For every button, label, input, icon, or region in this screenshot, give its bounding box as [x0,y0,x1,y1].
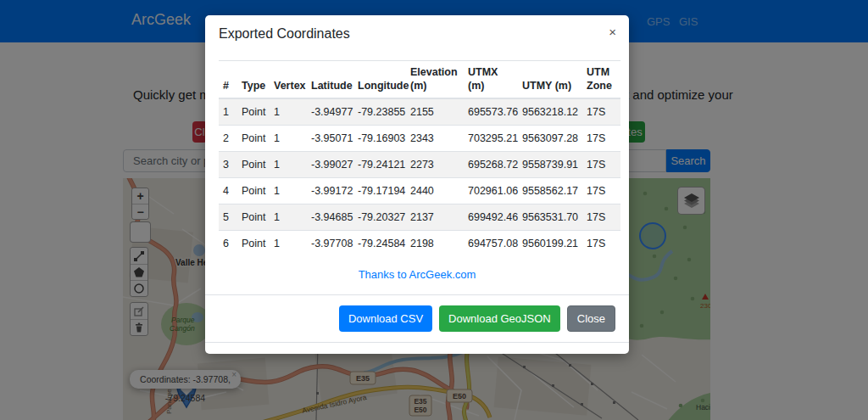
close-button[interactable]: Close [567,305,615,332]
table-cell: 9563531.70 [518,204,582,231]
modal-footer: Download CSV Download GeoJSON Close [205,294,629,343]
table-cell: 2273 [406,152,464,178]
table-cell: 695573.76 [464,98,518,126]
table-row: 6Point1-3.97708-79.245842198694757.08956… [219,231,620,257]
modal-bottom-strip [205,343,629,354]
table-cell: Point [237,231,270,257]
table-cell: 1 [219,98,237,126]
coordinates-table: #TypeVertexLatitudeLongitudeElevation (m… [219,60,620,256]
table-cell: -79.24121 [353,152,406,178]
table-row: 4Point1-3.99172-79.171942440702961.06955… [219,178,620,204]
table-header-cell: UTMX (m) [464,61,518,99]
table-cell: -3.99027 [307,152,353,178]
table-row: 5Point1-3.94685-79.203272137699492.46956… [219,204,620,231]
table-cell: 2343 [406,126,464,152]
table-cell: 694757.08 [464,231,518,257]
table-cell: Point [237,152,270,178]
table-cell: 1 [270,204,307,231]
table-cell: 1 [270,126,307,152]
table-header-cell: UTMY (m) [518,61,582,99]
table-cell: 17S [582,204,620,231]
table-header-cell: Type [237,61,270,99]
table-header-cell: UTM Zone [582,61,620,99]
download-csv-button[interactable]: Download CSV [339,305,432,332]
table-cell: -79.17194 [353,178,406,204]
table-cell: 2137 [406,204,464,231]
table-cell: -3.99172 [307,178,353,204]
table-cell: 17S [582,98,620,126]
table-cell: -3.94977 [307,98,353,126]
table-cell: 17S [582,126,620,152]
table-cell: -79.24584 [353,231,406,257]
table-cell: 3 [219,152,237,178]
arcgeek-link[interactable]: Thanks to ArcGeek.com [359,268,476,281]
table-header-cell: Vertex [270,61,307,99]
table-cell: 703295.21 [464,126,518,152]
download-geojson-button[interactable]: Download GeoJSON [439,305,560,332]
thanks-line: Thanks to ArcGeek.com [219,268,615,281]
table-cell: Point [237,204,270,231]
table-cell: 1 [270,178,307,204]
modal-title: Exported Coordinates [219,26,350,41]
table-cell: 1 [270,152,307,178]
table-row: 3Point1-3.99027-79.241212273695268.72955… [219,152,620,178]
table-cell: 9560199.21 [518,231,582,257]
table-cell: 2155 [406,98,464,126]
table-cell: 2 [219,126,237,152]
table-cell: -79.16903 [353,126,406,152]
table-cell: 9563097.28 [518,126,582,152]
exported-coordinates-modal: Exported Coordinates × #TypeVertexLatitu… [205,15,629,354]
table-cell: 2198 [406,231,464,257]
table-cell: 4 [219,178,237,204]
table-cell: -3.94685 [307,204,353,231]
modal-header: Exported Coordinates × [205,15,629,50]
table-cell: 1 [270,98,307,126]
table-cell: 17S [582,152,620,178]
table-cell: 702961.06 [464,178,518,204]
table-cell: -79.23855 [353,98,406,126]
table-cell: 9563218.12 [518,98,582,126]
table-header-cell: Elevation (m) [406,61,464,99]
table-header-cell: # [219,61,237,99]
table-cell: 17S [582,178,620,204]
table-row: 1Point1-3.94977-79.238552155695573.76956… [219,98,620,126]
table-row: 2Point1-3.95071-79.169032343703295.21956… [219,126,620,152]
table-cell: -3.97708 [307,231,353,257]
table-cell: 17S [582,231,620,257]
table-cell: 2440 [406,178,464,204]
modal-body: #TypeVertexLatitudeLongitudeElevation (m… [205,60,629,281]
table-cell: -3.95071 [307,126,353,152]
table-cell: 695268.72 [464,152,518,178]
table-cell: 699492.46 [464,204,518,231]
table-cell: -79.20327 [353,204,406,231]
table-cell: Point [237,178,270,204]
table-cell: Point [237,98,270,126]
table-cell: 9558739.91 [518,152,582,178]
modal-close-icon[interactable]: × [609,25,616,39]
table-cell: 5 [219,204,237,231]
table-cell: Point [237,126,270,152]
table-cell: 6 [219,231,237,257]
table-cell: 1 [270,231,307,257]
table-header-cell: Longitude [353,61,406,99]
table-header-cell: Latitude [307,61,353,99]
table-cell: 9558562.17 [518,178,582,204]
